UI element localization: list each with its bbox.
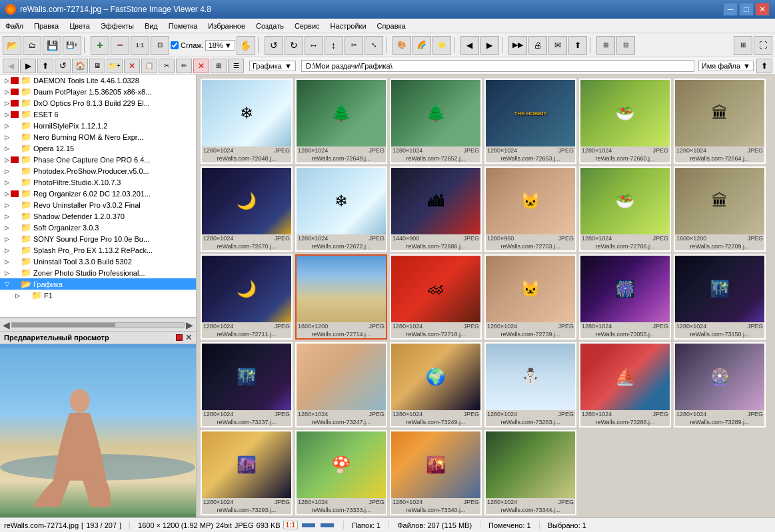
toolbar-actual-size-btn[interactable]: 1:1: [131, 36, 149, 55]
tree-expand-opera[interactable]: ▷: [3, 145, 11, 152]
nav-name-dropdown[interactable]: Имя файла ▼: [698, 61, 754, 71]
thumb-item-12[interactable]: 🌙1280×1024JPEGreWalls.com-72711.j...: [201, 254, 293, 340]
toolbar-browse-btn[interactable]: 🗂: [23, 36, 41, 55]
tree-item-uninstall[interactable]: ▷ 📁 Uninstall Tool 3.3.0 Build 5302: [0, 256, 196, 267]
zoom-dropdown-icon[interactable]: ▼: [225, 41, 232, 49]
toolbar-color-btn[interactable]: 🌈: [412, 36, 431, 55]
tree-item-dxo[interactable]: ▷ 📁 DxO Optics Pro 8.1.3 Build 229 El...: [0, 97, 196, 109]
tree-expand-daemon[interactable]: ▷: [3, 77, 11, 84]
tree-expand-photodex[interactable]: ▷: [3, 168, 11, 174]
thumb-item-27[interactable]: 1280×1024JPEGreWalls.com-73344.j...: [484, 430, 576, 515]
thumb-item-24[interactable]: 🌆1280×1024JPEGreWalls.com-73293.j...: [201, 430, 293, 515]
toolbar-view-toggle-btn[interactable]: ⊞: [734, 36, 752, 55]
tree-item-nero[interactable]: ▷ 📁 Nero Burning ROM & Nero Expr...: [0, 131, 196, 142]
thumb-item-8[interactable]: 🏙1440×900JPEGreWalls.com-72686.j...: [390, 166, 482, 252]
thumb-item-5[interactable]: 🏛1280×1024JPEGreWalls.com-72664.j...: [674, 79, 766, 164]
tree-item-grafika[interactable]: ▽ 📂 Графика: [0, 278, 196, 290]
toolbar-prev-btn[interactable]: ◀: [460, 36, 479, 55]
tree-item-reg[interactable]: ▷ 📁 Reg Organizer 6.02 DC 12.03.201...: [0, 188, 196, 199]
menu-file[interactable]: Файл: [0, 19, 29, 33]
tree-item-daemon[interactable]: ▷ 📁 DAEMON Tools Lite 4.46.1.0328: [0, 75, 196, 86]
nav-list-btn[interactable]: ☰: [228, 59, 244, 73]
nav-folder-up-btn[interactable]: ⬆: [756, 59, 772, 73]
thumb-item-7[interactable]: ❄1280×1024JPEGreWalls.com-72672.j...: [295, 166, 387, 252]
thumb-item-2[interactable]: 🌲1280×1024JPEGreWalls.com-72652.j...: [390, 79, 482, 164]
tree-item-sony[interactable]: ▷ 📁 SONY Sound Forge Pro 10.0e Bu...: [0, 233, 196, 244]
toolbar-compare-btn[interactable]: ⊟: [616, 36, 635, 55]
tree-expand-uninstall[interactable]: ▷: [3, 258, 11, 265]
thumb-item-26[interactable]: 🌇1280×1024JPEGreWalls.com-73340.j...: [390, 430, 482, 515]
toolbar-smooth-check[interactable]: Сглаж.: [171, 41, 204, 49]
toolbar-flip-h-btn[interactable]: ↔: [305, 36, 323, 55]
tree-expand-hornil[interactable]: ▷: [3, 123, 11, 129]
thumb-item-10[interactable]: 🥗1280×1024JPEGreWalls.com-72706.j...: [579, 166, 671, 252]
toolbar-fullscreen-btn[interactable]: ⛶: [754, 36, 772, 55]
sidebar-scroll-left[interactable]: ◀: [3, 320, 10, 330]
toolbar-upload-btn[interactable]: ⬆: [568, 36, 587, 55]
toolbar-save-btn[interactable]: 💾: [43, 36, 61, 55]
tree-item-soft[interactable]: ▷ 📁 Soft Organizer 3.0.3: [0, 222, 196, 233]
toolbar-zoom-in-btn[interactable]: +: [91, 36, 109, 55]
tree-item-f1[interactable]: ▷ 📁 F1: [0, 290, 196, 301]
sidebar-scroll-right[interactable]: ▶: [186, 320, 193, 330]
nav-forward-btn[interactable]: ▶: [20, 59, 36, 73]
thumb-item-14[interactable]: 🏎1280×1024JPEGreWalls.com-72718.j...: [390, 254, 482, 340]
menu-mark[interactable]: Пометка: [163, 19, 203, 33]
toolbar-open-btn[interactable]: 📂: [3, 36, 21, 55]
sidebar-scroll-area[interactable]: ◀ ▶: [0, 318, 196, 331]
thumb-item-17[interactable]: 🌃1280×1024JPEGreWalls.com-73150.j...: [674, 254, 766, 340]
menu-colors[interactable]: Цвета: [64, 19, 95, 33]
thumb-item-18[interactable]: 🌃1280×1024JPEGreWalls.com-73237.j...: [201, 342, 293, 427]
toolbar-flip-v-btn[interactable]: ↕: [325, 36, 343, 55]
smooth-checkbox[interactable]: [171, 41, 179, 49]
nav-copy-btn[interactable]: 📋: [141, 59, 157, 73]
tree-item-revo[interactable]: ▷ 📁 Revo Uninstaller Pro v3.0.2 Final: [0, 199, 196, 210]
toolbar-resize-btn[interactable]: ⤡: [365, 36, 383, 55]
nav-path-bar[interactable]: D:\Мои раздачи\Графика\: [301, 60, 694, 72]
thumb-item-20[interactable]: 🌍1280×1024JPEGreWalls.com-73249.j...: [390, 342, 482, 427]
tree-expand-soft[interactable]: ▷: [3, 224, 11, 231]
toolbar-email-btn[interactable]: ✉: [548, 36, 567, 55]
nav-folder-new-btn[interactable]: 📁+: [107, 59, 123, 73]
toolbar-print-btn[interactable]: 🖨: [528, 36, 547, 55]
toolbar-save-as-btn[interactable]: 💾+: [63, 36, 81, 55]
tree-expand-photofiltre[interactable]: ▷: [3, 179, 11, 186]
menu-help[interactable]: Справка: [372, 19, 411, 33]
thumb-item-23[interactable]: 🎡1280×1024JPEGreWalls.com-73289.j...: [674, 342, 766, 427]
thumb-item-22[interactable]: ⛵1280×1024JPEGreWalls.com-73286.j...: [579, 342, 671, 427]
tree-item-phaseone[interactable]: ▷ 📁 Phase One Capture One PRO 6.4...: [0, 154, 196, 165]
preview-color-dot[interactable]: [176, 334, 183, 341]
toolbar-crop-btn[interactable]: ✂: [345, 36, 363, 55]
nav-delete-file-btn[interactable]: ✕: [193, 59, 209, 73]
thumb-item-0[interactable]: ❄1280×1024JPEGreWalls.com-72648.j...: [201, 79, 293, 164]
tree-item-eset[interactable]: ▷ 📁 ESET 6: [0, 109, 196, 120]
menu-edit[interactable]: Правка: [29, 19, 64, 33]
tree-item-daum[interactable]: ▷ 📁 Daum PotPlayer 1.5.36205 x86-x8...: [0, 86, 196, 97]
thumb-item-9[interactable]: 🐱1280×960JPEGreWalls.com-72703.j...: [484, 166, 576, 252]
thumb-item-16[interactable]: 🎆1280×1024JPEGreWalls.com-73055.j...: [579, 254, 671, 340]
nav-rename-btn[interactable]: ✏: [176, 59, 192, 73]
tree-expand-sony[interactable]: ▷: [3, 236, 11, 242]
menu-settings[interactable]: Настройки: [325, 19, 372, 33]
thumb-item-4[interactable]: 🥗1280×1024JPEGreWalls.com-72660.j...: [579, 79, 671, 164]
tree-expand-phaseone[interactable]: ▷: [3, 156, 11, 163]
thumb-item-6[interactable]: 🌙1280×1024JPEGreWalls.com-72670.j...: [201, 166, 293, 252]
nav-sort-arrow[interactable]: ▼: [285, 62, 292, 70]
tree-item-photofiltre[interactable]: ▷ 📁 PhotoFiltre.Studio.X.10.7.3: [0, 176, 196, 188]
toolbar-hand-btn[interactable]: ✋: [237, 36, 255, 55]
tree-item-shadow[interactable]: ▷ 📁 Shadow Defender 1.2.0.370: [0, 210, 196, 222]
thumb-item-19[interactable]: 1280×1024JPEGreWalls.com-73247.j...: [295, 342, 387, 427]
toolbar-slide-btn[interactable]: ▶▶: [508, 36, 527, 55]
nav-up-btn[interactable]: ⬆: [37, 59, 53, 73]
menu-view[interactable]: Вид: [139, 19, 163, 33]
thumb-item-25[interactable]: 🍄1280×1024JPEGreWalls.com-73333.j...: [295, 430, 387, 515]
thumb-item-13[interactable]: 1600×1200JPEGreWalls.com-72714.j...: [295, 254, 387, 340]
menu-favorites[interactable]: Избранное: [203, 19, 251, 33]
toolbar-rotate-cw-btn[interactable]: ↻: [285, 36, 303, 55]
tree-expand-eset[interactable]: ▷: [3, 111, 11, 118]
toolbar-next-btn[interactable]: ▶: [480, 36, 499, 55]
tree-expand-revo[interactable]: ▷: [3, 202, 11, 208]
thumb-item-3[interactable]: THE HOBBIT1280×1024JPEGreWalls.com-72653…: [484, 79, 576, 164]
tree-expand-dxo[interactable]: ▷: [3, 100, 11, 107]
nav-desktop-btn[interactable]: 🖥: [89, 59, 105, 73]
